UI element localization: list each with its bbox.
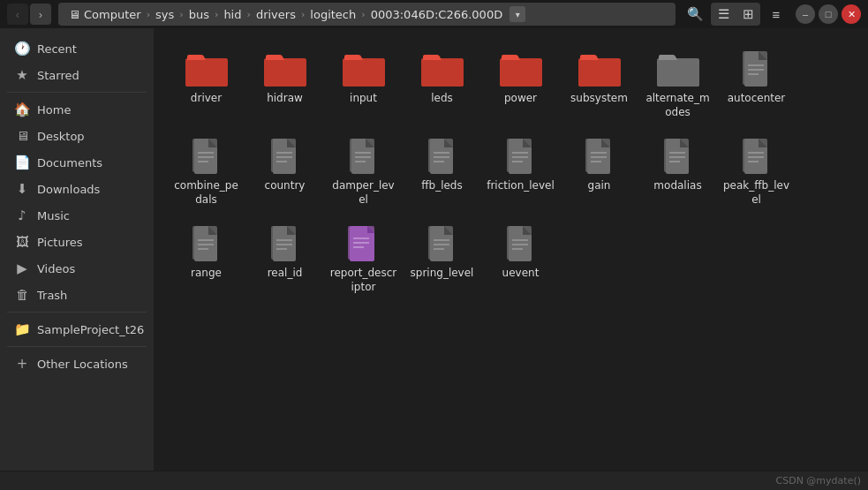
- file-name: ffb_leds: [421, 179, 462, 193]
- file-item[interactable]: peak_ffb_level: [719, 130, 794, 214]
- downloads-icon: ⬇: [14, 181, 30, 197]
- file-item[interactable]: range: [169, 217, 244, 301]
- desktop-icon: 🖥: [14, 128, 30, 144]
- breadcrumb-label-hid: hid: [223, 8, 241, 21]
- sidebar-label-trash: Trash: [37, 289, 67, 302]
- breadcrumb-label-drivers: drivers: [256, 8, 296, 21]
- forward-button[interactable]: ›: [30, 4, 51, 25]
- sidebar-item-starred[interactable]: ★ Starred: [4, 63, 150, 87]
- file-name: input: [350, 92, 377, 106]
- breadcrumb-sys[interactable]: sys: [152, 6, 177, 23]
- breadcrumb-sep-2: ›: [179, 9, 183, 20]
- minimize-button[interactable]: –: [796, 4, 815, 24]
- file-item[interactable]: uevent: [483, 217, 558, 301]
- file-name: combine_pedals: [172, 179, 240, 207]
- file-name: hidraw: [267, 92, 303, 106]
- sidebar-label-music: Music: [37, 209, 70, 222]
- file-name: autocenter: [728, 92, 786, 106]
- sidebar-item-project[interactable]: 📁 SampleProject_t26: [4, 317, 150, 342]
- list-view-button[interactable]: ☰: [711, 3, 736, 26]
- file-item[interactable]: gain: [562, 130, 637, 214]
- file-icon: [500, 224, 542, 263]
- file-item[interactable]: power: [483, 42, 558, 126]
- nav-buttons: ‹ ›: [7, 4, 51, 25]
- file-icon: [657, 137, 699, 176]
- sidebar-label-other-locations: Other Locations: [37, 358, 128, 371]
- sidebar-item-desktop[interactable]: 🖥 Desktop: [4, 124, 150, 148]
- sidebar-label-desktop: Desktop: [37, 130, 85, 143]
- maximize-button[interactable]: □: [819, 4, 838, 24]
- sidebar-item-trash[interactable]: 🗑 Trash: [4, 283, 150, 307]
- file-item[interactable]: country: [247, 130, 322, 214]
- file-name: uevent: [502, 267, 540, 281]
- sidebar-item-downloads[interactable]: ⬇ Downloads: [4, 177, 150, 201]
- breadcrumb-dropdown-button[interactable]: ▾: [509, 6, 525, 22]
- file-name: range: [191, 267, 222, 281]
- sidebar-item-videos[interactable]: ▶ Videos: [4, 256, 150, 281]
- file-item[interactable]: hidraw: [247, 42, 322, 126]
- file-item[interactable]: modalias: [640, 130, 715, 214]
- sidebar-item-home[interactable]: 🏠 Home: [4, 97, 150, 122]
- sidebar-divider-3: [7, 346, 147, 347]
- back-button[interactable]: ‹: [7, 4, 28, 25]
- file-item[interactable]: damper_level: [326, 130, 401, 214]
- file-item[interactable]: spring_level: [404, 217, 479, 301]
- sidebar-divider-1: [7, 92, 147, 93]
- breadcrumb-hid[interactable]: hid: [220, 6, 245, 23]
- file-name: gain: [588, 179, 611, 193]
- breadcrumb-logitech[interactable]: logitech: [306, 6, 359, 23]
- file-item[interactable]: combine_pedals: [169, 130, 244, 214]
- file-item[interactable]: report_descriptor: [326, 217, 401, 301]
- folder-icon: [655, 49, 701, 88]
- file-item[interactable]: ffb_leds: [404, 130, 479, 214]
- sidebar-label-documents: Documents: [37, 156, 102, 170]
- breadcrumb-label-computer: Computer: [84, 8, 141, 21]
- pictures-icon: 🖼: [14, 234, 30, 250]
- file-name: leds: [431, 92, 453, 106]
- sidebar-item-other-locations[interactable]: + Other Locations: [4, 351, 150, 376]
- breadcrumb-sep-3: ›: [215, 9, 218, 20]
- sidebar-label-pictures: Pictures: [37, 236, 82, 249]
- breadcrumb-computer[interactable]: 🖥 Computer: [65, 6, 145, 23]
- folder-icon: [419, 49, 465, 88]
- grid-view-button[interactable]: ⊞: [736, 3, 760, 26]
- file-item[interactable]: driver: [169, 42, 244, 126]
- sidebar-item-documents[interactable]: 📄 Documents: [4, 150, 150, 175]
- file-icon: [500, 137, 542, 176]
- breadcrumb-label-sys: sys: [155, 8, 174, 21]
- computer-icon: 🖥: [69, 8, 80, 21]
- close-button[interactable]: ✕: [842, 4, 861, 24]
- breadcrumb-bus[interactable]: bus: [185, 6, 213, 23]
- file-item[interactable]: friction_level: [483, 130, 558, 214]
- folder-icon: [184, 49, 230, 88]
- folder-icon: [498, 49, 544, 88]
- menu-button[interactable]: ≡: [764, 3, 789, 26]
- toolbar-right: 🔍 ☰ ⊞ ≡: [683, 3, 789, 26]
- file-item[interactable]: subsystem: [562, 42, 637, 126]
- project-icon: 📁: [14, 321, 30, 337]
- home-icon: 🏠: [14, 102, 30, 117]
- file-item[interactable]: alternate_modes: [640, 42, 715, 126]
- breadcrumb-device[interactable]: 0003:046D:C266.000D: [367, 6, 507, 23]
- view-toggle-group: ☰ ⊞: [711, 3, 760, 26]
- statusbar: CSDN @mydate(): [0, 471, 868, 490]
- file-icon: [185, 137, 228, 176]
- file-item[interactable]: input: [326, 42, 401, 126]
- videos-icon: ▶: [14, 260, 30, 276]
- sidebar-label-home: Home: [37, 103, 71, 117]
- file-icon: [736, 49, 778, 88]
- sidebar-item-pictures[interactable]: 🖼 Pictures: [4, 230, 150, 254]
- sidebar-item-recent[interactable]: 🕐 Recent: [4, 36, 150, 61]
- sidebar-item-music[interactable]: ♪ Music: [4, 203, 150, 228]
- file-name: report_descriptor: [329, 267, 397, 294]
- breadcrumb-label-logitech: logitech: [310, 8, 356, 21]
- file-item[interactable]: autocenter: [719, 42, 794, 126]
- file-item[interactable]: leds: [404, 42, 479, 126]
- file-item[interactable]: real_id: [247, 217, 322, 301]
- sidebar-label-recent: Recent: [37, 42, 77, 56]
- breadcrumb-drivers[interactable]: drivers: [253, 6, 299, 23]
- file-name: driver: [191, 92, 222, 106]
- search-button[interactable]: 🔍: [683, 3, 707, 26]
- breadcrumb-sep-5: ›: [301, 9, 305, 20]
- window-controls: – □ ✕: [796, 4, 861, 24]
